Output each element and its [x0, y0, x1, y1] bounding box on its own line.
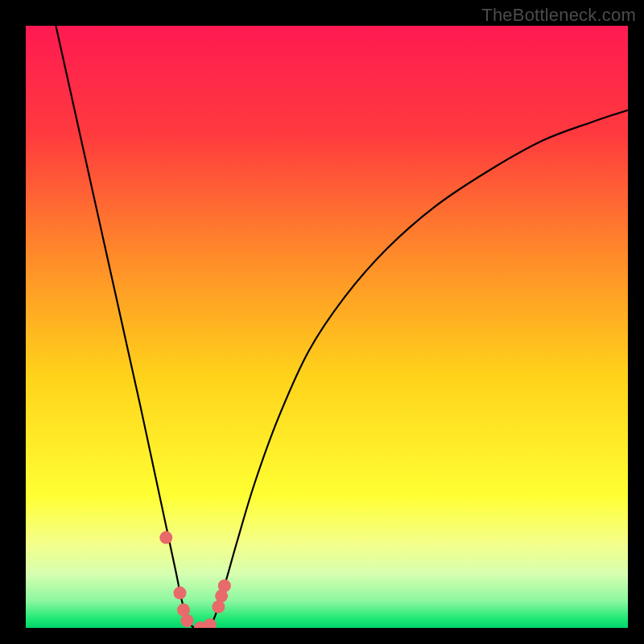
data-marker [159, 531, 172, 544]
gradient-background [26, 26, 628, 628]
chart-svg [26, 26, 628, 628]
plot-area [26, 26, 628, 628]
data-marker [173, 587, 186, 600]
watermark-text: TheBottleneck.com [481, 5, 636, 26]
data-marker [180, 614, 193, 627]
data-marker [218, 580, 231, 592]
data-marker [212, 601, 225, 613]
chart-frame: TheBottleneck.com [0, 0, 644, 644]
